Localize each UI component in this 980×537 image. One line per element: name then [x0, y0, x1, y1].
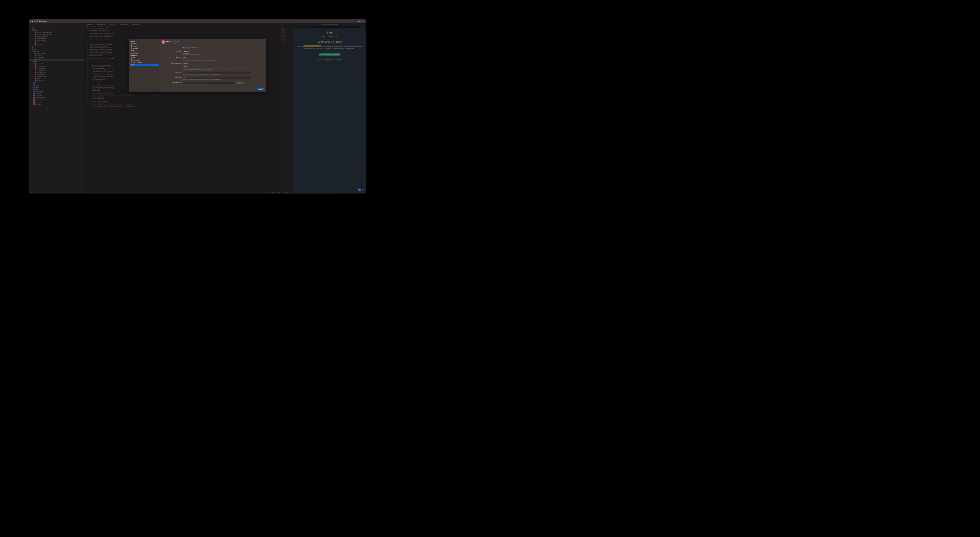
srcmap-radio-embedded[interactable]: Embedded — [183, 64, 264, 65]
output-path-input[interactable] — [183, 77, 251, 79]
enable-checkbox[interactable]: Enable compile Sass on Save — [183, 46, 264, 48]
settings-item-repository[interactable]: Repository — [130, 47, 159, 49]
error-css-radio-yes[interactable]: Yes — [183, 57, 264, 58]
settings-item-sass[interactable]: Sass — [130, 64, 159, 66]
close-window[interactable] — [30, 21, 31, 22]
settings-item-php_codesniffer[interactable]: PHP_CodeSniffer — [130, 61, 159, 64]
cat-extensions: Extensions — [130, 54, 159, 57]
dialog-sidebar: Settings ProjectPreviewRepository Tasks+… — [129, 39, 160, 92]
titlebar: Boilerplate + — [29, 19, 366, 23]
update-path-input[interactable] — [183, 71, 251, 73]
cat-remote: Remote Files+ — [130, 52, 159, 54]
done-button[interactable]: Done — [257, 88, 264, 91]
dialog-title: Sass — [166, 40, 170, 42]
add-task-icon[interactable]: + — [157, 50, 158, 51]
titlebar-btn-1[interactable] — [358, 21, 360, 22]
settings-item-project[interactable]: Project — [130, 43, 159, 45]
add-remote-icon[interactable]: + — [157, 52, 158, 54]
titlebar-add[interactable]: + — [364, 20, 365, 22]
sass-icon: ⇄ — [162, 40, 165, 44]
error-css-radio-no[interactable]: No — [183, 58, 264, 60]
css-style-radio-expanded[interactable]: Expanded — [183, 51, 264, 52]
settings-item-preview[interactable]: Preview — [130, 45, 159, 47]
settings-dialog: Settings ProjectPreviewRepository Tasks+… — [129, 39, 266, 92]
settings-overlay: Settings ProjectPreviewRepository Tasks+… — [29, 23, 366, 194]
minimize-window[interactable] — [32, 21, 33, 22]
settings-item-php-cs-fixer[interactable]: PHP CS Fixer — [130, 59, 159, 61]
project-title: Boilerplate — [41, 21, 46, 22]
app-icon — [36, 20, 38, 22]
srcmap-radio-external[interactable]: External — [183, 63, 264, 64]
css-style-radio-compressed[interactable]: Compressed — [183, 52, 264, 54]
dialog-desc: Automatically compile scss files on save… — [166, 42, 185, 43]
exec-path-input[interactable] — [183, 82, 235, 84]
titlebar-btn-2[interactable] — [361, 21, 363, 22]
settings-item-php[interactable]: PHP — [130, 57, 159, 59]
cat-settings: Settings — [130, 40, 159, 43]
dialog-main: ⇄ Sass by Vine Code Limited Automaticall… — [160, 39, 266, 92]
choose-button[interactable]: Choose… — [237, 82, 244, 83]
cat-tasks: Tasks+ — [130, 49, 159, 52]
srcmap-radio-none[interactable]: None — [183, 66, 264, 67]
dialog-vendor: by Vine Code Limited — [170, 41, 180, 42]
zoom-window[interactable] — [34, 21, 35, 22]
folder-icon — [39, 21, 40, 22]
